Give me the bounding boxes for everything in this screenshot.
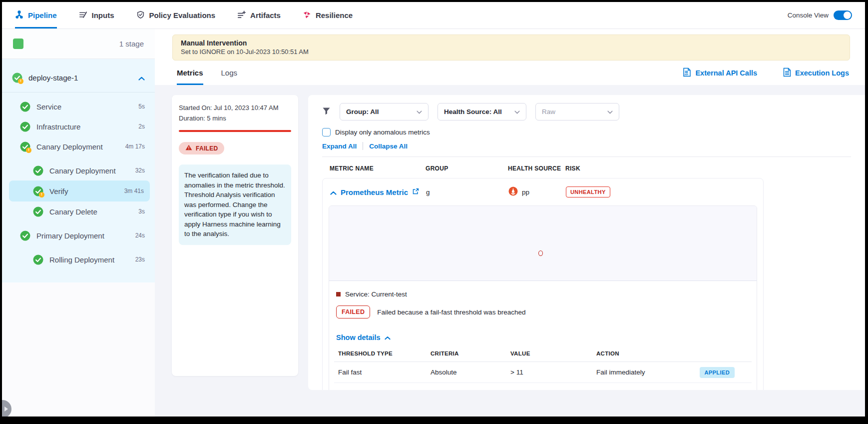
step-duration: 23s [135,256,145,263]
svg-text:API: API [685,74,689,76]
tab-policy-evaluations[interactable]: Policy Evaluations [136,2,216,28]
metric-name-cell[interactable]: Prometheus Metric [330,188,426,196]
tab-metrics[interactable]: Metrics [177,60,203,85]
step-duration: 24s [135,232,145,239]
content-area: Started On: Jul 10, 2023 10:47 AM Durati… [155,85,865,416]
action: Fail immediately [596,390,645,390]
main-area: Manual Intervention Set to IGNORE on 10-… [155,29,865,416]
success-warning-icon: ! [20,142,30,152]
action-cell: Fail immediately APPLIED [596,367,752,378]
select-value: Health Source: All [444,108,502,116]
step-label: Canary Deployment [49,166,116,175]
step-label: Rolling Deployment [49,256,114,264]
external-api-calls-link[interactable]: API External API Calls [683,68,757,78]
shield-check-icon [136,10,145,20]
show-details-label: Show details [336,334,381,342]
divider [363,142,363,150]
threshold-type: Fail fast [338,390,431,390]
stage-row-deploy-stage-1[interactable]: ! deploy-stage-1 [2,64,155,91]
success-icon [20,122,30,132]
chevron-down-icon [514,108,520,116]
step-rolling-deployment[interactable]: Rolling Deployment 23s [2,250,155,270]
chevron-down-icon [417,108,422,116]
tab-label: Artifacts [250,11,281,20]
chevron-up-icon[interactable] [138,74,145,82]
col-group: GROUP [426,165,508,172]
execution-sidebar: 1 stage ! deploy-stage-1 Service [2,29,155,416]
anomalous-checkbox-row: Display only anomalous metrics [322,128,851,136]
col-risk: RISK [565,165,851,172]
document-icon [783,68,791,78]
tab-resilience[interactable]: Resilience [303,2,353,28]
tab-pipeline[interactable]: Pipeline [15,2,57,28]
expand-all-link[interactable]: Expand All [322,142,357,150]
legend-swatch [336,292,341,296]
raw-filter-select[interactable]: Raw [535,103,619,120]
threshold-type: Fail fast [338,368,431,376]
top-navigation: Pipeline Inputs Policy Evaluations Artif… [2,2,865,29]
tab-logs[interactable]: Logs [221,60,238,85]
warning-badge: ! [26,148,31,153]
show-details-link[interactable]: Show details [336,334,750,342]
step-canary-delete[interactable]: Canary Delete 3s [2,202,155,222]
warning-badge: ! [18,78,23,84]
expand-collapse-row: Expand All Collapse All [322,142,851,150]
console-view-toggle[interactable] [834,10,852,20]
chevron-up-icon[interactable] [330,188,337,196]
step-canary-deployment[interactable]: Canary Deployment 32s [2,160,155,180]
metric-chart[interactable] [329,206,757,281]
step-canary-deployment-group[interactable]: ! Canary Deployment 4m 17s [2,136,155,156]
collapse-all-link[interactable]: Collapse All [369,142,408,150]
success-warning-icon: ! [12,72,22,83]
inputs-icon [79,10,87,20]
step-primary-deployment[interactable]: Primary Deployment 24s [2,226,155,246]
applied-badge: APPLIED [700,367,735,378]
value: > 11 [510,368,596,376]
metric-row-card: Prometheus Metric g pp UNHEALTHY [322,178,764,390]
step-label: Canary Deployment [36,142,103,151]
prometheus-icon [508,186,518,198]
step-label: Primary Deployment [36,232,104,240]
step-label: Infrastructure [36,122,80,131]
api-document-icon: API [683,68,691,78]
filter-funnel-icon[interactable] [322,107,331,117]
step-duration: 32s [135,167,145,174]
anomalous-data-point[interactable] [538,250,543,256]
step-duration: 3s [138,208,145,215]
health-source-filter-select[interactable]: Health Source: All [437,103,526,120]
step-duration: 3m 41s [124,188,144,194]
link-label: External API Calls [695,69,757,77]
divider [2,92,155,92]
filters-row: Group: All Health Source: All Raw [322,103,851,120]
tab-label: Policy Evaluations [149,11,216,20]
metrics-table-header: METRIC NAME GROUP HEALTH SOURCE RISK [322,157,851,178]
external-link-icon[interactable] [412,188,419,196]
app-window: Pipeline Inputs Policy Evaluations Artif… [2,2,865,416]
metric-name-link[interactable]: Prometheus Metric [341,188,408,196]
warning-triangle-icon [185,144,192,152]
step-verify-selected[interactable]: ! Verify 3m 41s [9,180,150,202]
success-icon [33,254,43,265]
duration: Duration: 5 mins [179,114,291,122]
step-infrastructure[interactable]: Infrastructure 2s [2,116,155,136]
started-on: Started On: Jul 10, 2023 10:47 AM [179,104,291,112]
col-threshold-type: THRESHOLD TYPE [338,350,431,356]
step-service[interactable]: Service 5s [2,96,155,116]
execution-logs-link[interactable]: Execution Logs [783,68,849,78]
success-icon [20,102,30,112]
fail-reason-row: FAILED Failed because a fail-fast thresh… [336,306,750,318]
step-label: Verify [49,187,68,196]
tab-label: Resilience [316,11,353,20]
tab-artifacts[interactable]: Artifacts [237,2,281,28]
anomalous-metrics-checkbox[interactable] [322,128,331,136]
stage-count: 1 stage [119,40,144,48]
legend-label: Service: Current-test [345,290,407,298]
stage-name: deploy-stage-1 [28,74,78,82]
banner-title: Manual Intervention [181,39,842,47]
health-source-name: pp [522,188,529,196]
success-warning-icon: ! [33,186,43,196]
group-filter-select[interactable]: Group: All [340,103,429,120]
checkbox-label: Display only anomalous metrics [335,128,430,136]
metric-row: Prometheus Metric g pp UNHEALTHY [329,178,757,206]
tab-inputs[interactable]: Inputs [79,2,114,28]
